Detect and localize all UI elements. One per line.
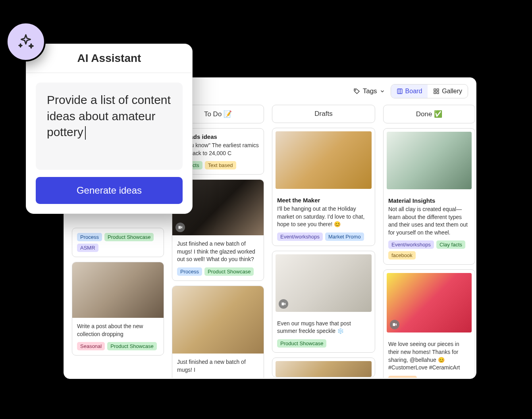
- tags-dropdown[interactable]: Tags: [353, 87, 385, 95]
- svg-rect-1: [397, 89, 402, 94]
- card[interactable]: Write a post about the new collection dr…: [72, 262, 164, 356]
- card-image: [387, 132, 472, 189]
- ai-sparkle-badge[interactable]: [6, 22, 46, 62]
- gallery-icon: [433, 88, 439, 94]
- ai-popup-title: AI Assistant: [36, 52, 183, 65]
- card-text: Write a post about the new collection dr…: [77, 323, 159, 338]
- card[interactable]: Material Insights Not all clay is create…: [383, 128, 475, 265]
- tags-row: Process Product Showcase ASMR: [77, 233, 159, 252]
- column-drafts: Drafts Meet the Maker I'll be hanging ou…: [272, 105, 375, 370]
- svg-rect-3: [437, 89, 439, 91]
- card-text: Even our mugs have that post summer frec…: [277, 320, 370, 335]
- card[interactable]: We love seeing our pieces in their new h…: [383, 269, 475, 378]
- text-cursor: [85, 126, 86, 140]
- card-text: Not all clay is created equal—learn abou…: [388, 206, 470, 236]
- card-text: Just finished a new batch of mugs! I: [177, 358, 259, 374]
- svg-rect-2: [434, 89, 436, 91]
- svg-rect-5: [437, 92, 439, 94]
- card-image: [387, 273, 472, 333]
- column-header-drafts[interactable]: Drafts: [272, 105, 375, 123]
- tag[interactable]: Product Showcase: [107, 342, 156, 350]
- sparkle-icon: [17, 33, 35, 51]
- generate-ideas-button[interactable]: Generate ideas: [36, 177, 183, 204]
- tag[interactable]: Process: [77, 233, 102, 241]
- tag[interactable]: ASMR: [77, 244, 98, 252]
- tag-icon: [353, 88, 360, 95]
- video-icon: [175, 223, 185, 232]
- gallery-view-tab[interactable]: Gallery: [428, 85, 468, 98]
- card-title: Meet the Maker: [277, 197, 370, 204]
- card-text: Just finished a new batch of mugs! I thi…: [177, 240, 259, 263]
- tag[interactable]: Text based: [205, 161, 236, 169]
- tag[interactable]: facebook: [388, 251, 416, 259]
- tag[interactable]: Product Showcase: [204, 267, 254, 276]
- tag[interactable]: Market Promo: [325, 233, 364, 241]
- card-image: [172, 286, 264, 354]
- card[interactable]: [272, 357, 375, 377]
- card[interactable]: Meet the Maker I'll be hanging out at th…: [272, 128, 375, 246]
- card-title: Material Insights: [388, 197, 470, 204]
- video-icon: [390, 320, 399, 329]
- tag[interactable]: Process: [177, 267, 202, 276]
- board-icon: [397, 88, 403, 94]
- ai-prompt-input[interactable]: Provide a list of content ideas about am…: [36, 83, 183, 170]
- svg-rect-4: [434, 92, 436, 94]
- chevron-down-icon: [380, 88, 385, 94]
- card-image: [276, 254, 372, 312]
- tag[interactable]: Seasonal: [77, 342, 105, 350]
- tags-label: Tags: [363, 87, 377, 95]
- column-header-done[interactable]: Done ✅: [383, 105, 475, 123]
- tag[interactable]: Customer: [388, 376, 417, 378]
- card-text: We love seeing our pieces in their new h…: [388, 340, 470, 371]
- ai-popup-header: AI Assistant: [26, 44, 192, 73]
- tag[interactable]: Event/workshops: [388, 240, 434, 249]
- card-image: [276, 361, 372, 377]
- card[interactable]: Just finished a new batch of mugs! I: [172, 286, 264, 378]
- card-image: [72, 262, 164, 318]
- board-view-tab[interactable]: Board: [391, 85, 428, 98]
- view-toggle: Board Gallery: [391, 84, 468, 98]
- video-icon: [279, 299, 288, 309]
- svg-point-0: [355, 90, 356, 90]
- column-done: Done ✅ Material Insights Not all clay is…: [383, 105, 475, 370]
- ai-assistant-popup: AI Assistant Provide a list of content i…: [26, 44, 193, 214]
- card-image: [276, 131, 372, 189]
- tag[interactable]: Product Showcase: [104, 233, 154, 241]
- card-text: I'll be hanging out at the Holiday marke…: [277, 205, 370, 229]
- card[interactable]: Even our mugs have that post summer frec…: [272, 251, 375, 353]
- card[interactable]: Process Product Showcase ASMR: [72, 228, 164, 257]
- tag[interactable]: Clay facts: [436, 240, 465, 249]
- tag[interactable]: Event/workshops: [277, 233, 323, 241]
- tag[interactable]: Product Showcase: [277, 339, 326, 348]
